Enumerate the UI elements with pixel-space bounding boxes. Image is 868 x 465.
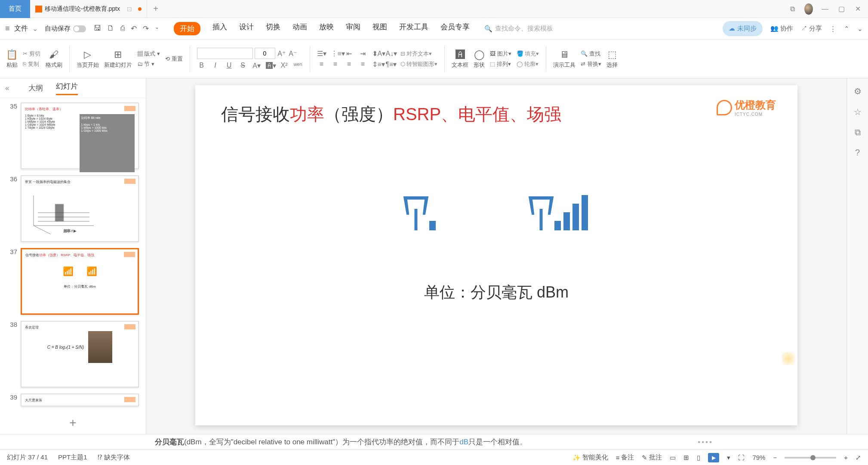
tabs-icon[interactable]: ⧉ — [788, 5, 797, 13]
text-direction-button[interactable]: ⬍A▾ — [372, 50, 382, 58]
expand-ribbon-icon[interactable]: ⌄ — [857, 25, 863, 33]
arrange-button[interactable]: ⬚ 排列▾ — [490, 60, 511, 68]
layout-button[interactable]: ▦ 版式 ▾ — [137, 50, 160, 58]
qat-dropdown-icon[interactable]: ⌄ — [155, 24, 159, 33]
avatar[interactable] — [804, 3, 813, 15]
more-icon[interactable]: ⋮ — [830, 25, 836, 33]
section-button[interactable]: 🗂 节 ▾ — [137, 60, 160, 68]
find-button[interactable]: 🔍 查找 — [581, 50, 601, 58]
outline-tab[interactable]: 大纲 — [28, 83, 43, 93]
collapse-panel-icon[interactable]: « — [5, 84, 9, 93]
new-slide-icon[interactable]: ⊞ — [114, 49, 122, 60]
shape-button[interactable]: 形状 — [474, 61, 485, 69]
superscript-button[interactable]: X² — [280, 62, 289, 70]
present-tools-button[interactable]: 演示工具 — [553, 61, 576, 69]
tab-transition[interactable]: 切换 — [266, 22, 280, 35]
replace-button[interactable]: ⇄ 替换▾ — [581, 60, 601, 68]
phonetic-button[interactable]: wen — [293, 62, 303, 70]
select-icon[interactable]: ⬚ — [608, 49, 617, 60]
play-icon[interactable]: ▷ — [84, 49, 91, 60]
increase-font-icon[interactable]: A⁺ — [277, 50, 286, 58]
strike-button[interactable]: S — [238, 62, 248, 70]
present-icon[interactable]: 🖥 — [560, 49, 569, 60]
tab-start[interactable]: 开始 — [174, 22, 200, 35]
paragraph-spacing-button[interactable]: ¶≡▾ — [386, 60, 395, 68]
redo-icon[interactable]: ↷ — [143, 24, 149, 33]
reading-view-icon[interactable]: ▯ — [697, 454, 700, 462]
slideshow-dropdown-icon[interactable]: ▾ — [727, 454, 730, 462]
increase-indent-button[interactable]: ⇥ — [358, 50, 368, 58]
slide-thumb-39[interactable]: 大尺度衰落 — [21, 394, 139, 406]
tab-member[interactable]: 会员专享 — [440, 22, 470, 35]
highlight-button[interactable]: 🅰▾ — [266, 62, 275, 70]
zoom-level[interactable]: 79% — [752, 454, 765, 461]
slide-thumb-35[interactable]: 比特率（吞吐率、速率） 1 Byte = 8 bits1 KByte = 102… — [21, 102, 139, 169]
tab-view[interactable]: 视图 — [372, 22, 387, 35]
paste-icon[interactable]: 📋 — [6, 49, 18, 60]
notes-button[interactable]: ≡备注 — [616, 453, 634, 462]
outline-button[interactable]: ◯ 轮廓▾ — [517, 60, 539, 68]
tab-menu-icon[interactable]: ⊡ — [127, 6, 132, 12]
paste-button[interactable]: 粘贴 — [6, 61, 18, 69]
format-painter-icon[interactable]: 🖌 — [49, 49, 58, 60]
home-tab[interactable]: 首页 — [0, 0, 30, 18]
normal-view-icon[interactable]: ▭ — [670, 454, 676, 462]
italic-button[interactable]: I — [211, 62, 220, 70]
slide-thumb-37[interactable]: 信号接收功率（强度） RSRP、电平值、场强 📶📶 单位：分贝毫瓦 dBm — [21, 248, 139, 315]
textbox-icon[interactable]: 🅰 — [456, 49, 465, 60]
slide-canvas[interactable]: 优橙教育ICTYC.COM 信号接收功率（强度）RSRP、电平值、场强 单位 — [195, 85, 797, 425]
notes-pane[interactable]: 分贝毫瓦(dBm，全写为"decibel relative to one mil… — [0, 434, 868, 450]
picture-button[interactable]: 🖼 图片▾ — [490, 50, 511, 58]
select-button[interactable]: 选择 — [606, 61, 618, 69]
bullets-button[interactable]: ☰▾ — [317, 50, 326, 58]
slide-thumb-38[interactable]: 香农定理 C = B log₂(1 + S/N) — [21, 321, 139, 388]
zoom-slider[interactable] — [785, 457, 836, 459]
textbox-button[interactable]: 文本框 — [452, 61, 468, 69]
tab-insert[interactable]: 插入 — [212, 22, 227, 35]
file-menu[interactable]: 文件 — [14, 24, 28, 33]
fullscreen-icon[interactable]: ⤢ — [856, 454, 861, 462]
cut-button[interactable]: ✂ 剪切 — [23, 50, 40, 58]
new-tab-button[interactable]: + — [147, 4, 164, 14]
missing-font-warning[interactable]: ⁉ 缺失字体 — [98, 453, 130, 462]
tab-animation[interactable]: 动画 — [292, 22, 307, 35]
collapse-ribbon-icon[interactable]: ⌃ — [844, 25, 850, 33]
collab-button[interactable]: 👥 协作 — [770, 25, 793, 33]
align-center-button[interactable]: ≡ — [331, 60, 340, 68]
settings-icon[interactable]: ⚙ — [854, 86, 862, 96]
align-left-button[interactable]: ≡ — [317, 60, 326, 68]
fit-icon[interactable]: ⛶ — [738, 454, 745, 461]
justify-button[interactable]: ≡ — [358, 60, 368, 68]
maximize-button[interactable]: ▢ — [837, 5, 846, 13]
sort-button[interactable]: A↓▾ — [386, 50, 395, 58]
slides-tab[interactable]: 幻灯片 — [56, 81, 78, 95]
sorter-view-icon[interactable]: ⊞ — [683, 454, 689, 462]
tab-devtools[interactable]: 开发工具 — [399, 22, 428, 35]
autosave-toggle[interactable]: 自动保存 — [45, 25, 86, 33]
favorite-icon[interactable]: ☆ — [854, 107, 862, 117]
tab-design[interactable]: 设计 — [239, 22, 254, 35]
zoom-in-button[interactable]: + — [844, 454, 848, 461]
decrease-indent-button[interactable]: ⇤ — [345, 50, 354, 58]
app-menu-icon[interactable]: ≡ — [5, 24, 10, 33]
font-select[interactable] — [197, 48, 253, 59]
bold-button[interactable]: B — [197, 62, 206, 70]
add-slide-button[interactable]: + — [0, 412, 146, 434]
save-icon[interactable]: 🖫 — [94, 24, 101, 33]
help-icon[interactable]: ? — [855, 148, 860, 158]
shape-icon[interactable]: ◯ — [474, 49, 485, 60]
close-button[interactable]: ✕ — [853, 5, 862, 13]
zoom-out-button[interactable]: − — [773, 454, 777, 461]
fill-button[interactable]: 🪣 填充▾ — [517, 50, 539, 58]
format-painter-button[interactable]: 格式刷 — [46, 61, 62, 69]
share-button[interactable]: ↗ 分享 — [801, 25, 822, 33]
notes-more-icon[interactable]: •••• — [698, 438, 713, 446]
undo-icon[interactable]: ↶ — [131, 24, 137, 33]
decrease-font-icon[interactable]: A⁻ — [288, 50, 298, 58]
align-text-button[interactable]: ⊟ 对齐文本▾ — [400, 50, 438, 58]
file-tab[interactable]: 移动通信理论-优橙教育.pptx ⊡ — [30, 0, 147, 18]
tab-review[interactable]: 审阅 — [346, 22, 360, 35]
font-size-input[interactable]: 0 — [255, 48, 275, 59]
sync-status[interactable]: ☁ 未同步 — [723, 21, 762, 36]
slide-thumb-36[interactable]: 带宽 一段频率的电磁波的集合 頻率 f ▶ — [21, 175, 139, 242]
